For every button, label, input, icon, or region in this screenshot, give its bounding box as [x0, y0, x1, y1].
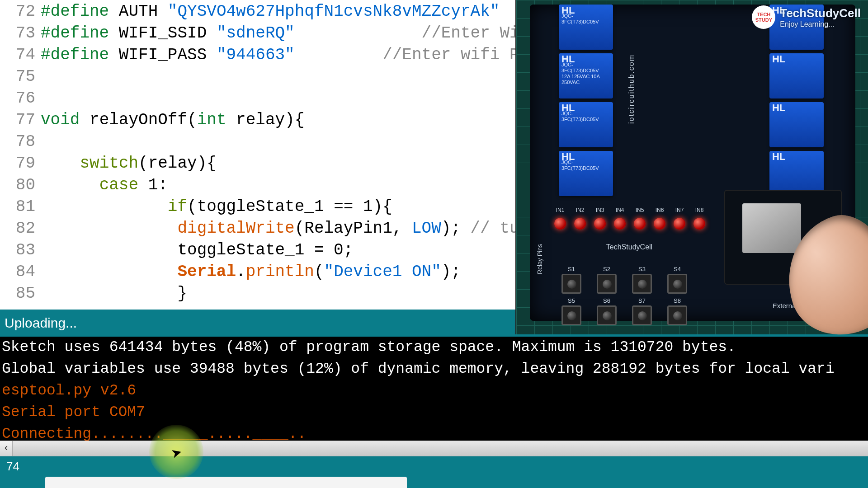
channel-brand: TECHSTUDY TechStudyCell Enjoy Learning..… — [752, 5, 861, 29]
horizontal-scrollbar[interactable]: ‹ — [0, 441, 868, 456]
pcb-site-text: iotcircuithub.com — [627, 54, 636, 124]
pcb-brand-text: TechStudyCell — [584, 243, 675, 251]
scroll-left-button[interactable]: ‹ — [0, 441, 13, 456]
console-line: Global variables use 39488 bytes (12%) o… — [2, 358, 868, 380]
line-number: 78 — [0, 131, 35, 153]
switch-labels-row2: S5S6S7S8 — [561, 297, 687, 304]
line-number: 81 — [0, 196, 35, 218]
line-number: 84 — [0, 261, 35, 283]
status-led — [574, 218, 586, 230]
console-line: Sketch uses 641434 bytes (48%) of progra… — [2, 337, 868, 358]
status-led — [674, 218, 685, 230]
line-number: 80 — [0, 174, 35, 196]
relay-label: HL — [561, 7, 610, 13]
esp32-shield — [742, 203, 801, 253]
taskbar-fragment — [45, 477, 407, 488]
console-line: Connecting........_____.....____.. — [2, 423, 868, 441]
line-number: 83 — [0, 239, 35, 261]
cursor-position: 74 — [6, 460, 19, 474]
line-number: 85 — [0, 283, 35, 305]
line-number: 72 — [0, 1, 35, 23]
switch-labels-row1: S1S2S3S4 — [561, 266, 687, 272]
push-button — [597, 274, 617, 294]
switch-row-2 — [561, 305, 687, 325]
console-line: Serial port COM7 — [2, 402, 868, 423]
brand-logo-icon: TECHSTUDY — [752, 5, 775, 29]
line-number: 79 — [0, 153, 35, 174]
line-gutter: 7273747576777879808182838485 — [0, 0, 41, 310]
status-led — [654, 218, 665, 230]
switch-row-1 — [561, 274, 687, 294]
status-led — [634, 218, 646, 230]
status-leds — [554, 218, 705, 230]
line-number: 74 — [0, 44, 35, 66]
push-button — [632, 305, 652, 325]
status-led — [594, 218, 606, 230]
status-led — [554, 218, 566, 230]
push-button — [632, 274, 652, 294]
output-console[interactable]: Sketch uses 641434 bytes (48%) of progra… — [0, 337, 868, 441]
line-number: 73 — [0, 23, 35, 44]
push-button — [667, 274, 687, 294]
relay-pins-label: Relay Pins — [536, 244, 543, 274]
status-led — [693, 218, 705, 230]
push-button — [597, 305, 617, 325]
line-number: 77 — [0, 109, 35, 131]
brand-tagline: Enjoy Learning... — [780, 20, 861, 28]
input-labels: IN1IN2IN3IN4IN5IN6IN7IN8 — [554, 207, 705, 213]
line-number: 82 — [0, 218, 35, 239]
push-button — [561, 274, 581, 294]
camera-overlay: HL JQC-3FC(T73)DC05V HL JQC-3FC(T73)DC05… — [515, 0, 868, 334]
line-number: 76 — [0, 88, 35, 109]
push-button — [667, 305, 687, 325]
brand-name: TechStudyCell — [780, 6, 861, 20]
line-number: 75 — [0, 66, 35, 88]
editor-footer: 74 — [0, 456, 868, 477]
push-button — [561, 305, 581, 325]
console-line: esptool.py v2.6 — [2, 380, 868, 402]
status-text: Uploading... — [5, 315, 77, 331]
status-led — [614, 218, 626, 230]
